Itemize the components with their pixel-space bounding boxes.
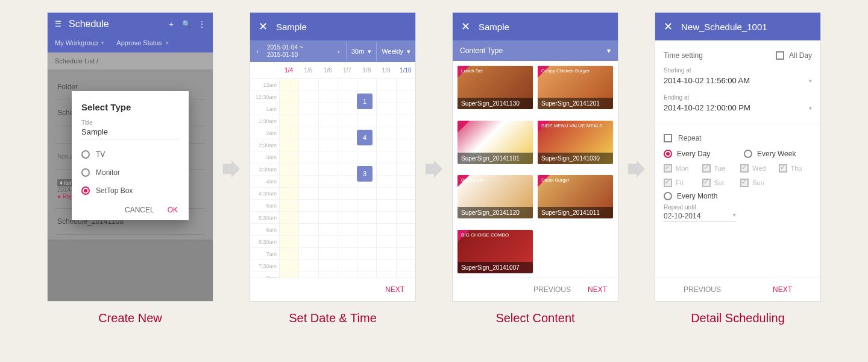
time-label: 4am [250,176,279,188]
day-header[interactable]: 1/5 [298,62,318,78]
time-label: 7am [250,248,279,260]
time-label: 6:30am [250,236,279,248]
chevron-down-icon: ▾ [607,46,611,55]
previous-button[interactable]: PREVIOUS [533,285,571,294]
type-option[interactable]: SetTop Box [81,182,179,200]
prev-week-button[interactable]: ‹ [250,42,265,61]
content-type-select[interactable]: Content Type▾ [453,40,618,61]
calendar-event[interactable]: 4 [357,130,373,145]
next-button[interactable]: NEXT [385,285,404,294]
select-type-dialog: Select TypeTitleSampleTVMonitorSetTop Bo… [72,91,189,220]
filter-workgroup[interactable]: My Workgroup▾ [55,39,104,46]
cancel-button[interactable]: CANCEL [125,206,154,214]
calendar-grid[interactable]: 143 [279,79,415,284]
calendar-event[interactable]: 3 [357,166,373,182]
type-option[interactable]: TV [81,145,179,164]
close-icon[interactable]: ✕ [664,20,673,33]
day-checkbox[interactable]: Thu [779,164,813,173]
day-checkbox[interactable]: Sat [702,179,736,187]
ok-button[interactable]: OK [168,206,178,214]
radio-icon [744,150,752,158]
add-icon[interactable]: ＋ [168,19,175,30]
panel-caption: Select Content [452,311,618,325]
content-tile[interactable]: Steak BurgerSuperSign_20141011 [538,175,613,218]
time-label: 4:30am [250,188,279,200]
time-label: 7:30am [250,260,279,272]
content-tile[interactable]: Lunch SetSuperSign_20141130 [458,66,533,109]
field-label: Title [81,119,179,126]
freq-every-month[interactable]: Every Month [664,192,812,200]
all-day-checkbox[interactable] [776,51,784,60]
panel-caption: Set Date & Time [250,311,416,325]
screen-detail-scheduling: ✕New_Schedule_1001Time settingAll DaySta… [655,12,821,302]
breadcrumb: Schedule List / [48,52,213,69]
time-setting-label: Time setting [664,51,703,60]
starting-at-field[interactable]: 2014-10-02 11:56:00 AM▾ [664,74,812,91]
panel-caption: Create New [47,311,213,325]
time-label: 3am [250,151,279,164]
page-title: Sample [479,22,509,32]
radio-icon [81,186,90,195]
time-label: 5am [250,200,279,212]
ending-at-field[interactable]: 2014-10-02 12:00:00 PM▾ [664,101,812,118]
time-label: 5:30am [250,212,279,224]
time-label: 2:30am [250,139,279,151]
next-button[interactable]: NEXT [773,285,792,294]
time-label: 3:30am [250,164,279,176]
calendar-event[interactable]: 1 [357,94,373,109]
radio-icon [81,150,90,159]
day-checkbox[interactable]: Fri [664,179,697,187]
freq-every-day[interactable]: Every Day [664,150,732,158]
content-tile[interactable]: Crispy Chicken BurgerSuperSign_20141201 [538,66,613,109]
flow-arrow [219,157,244,181]
day-header[interactable]: 1/6 [318,62,338,78]
day-header[interactable]: 1/10 [396,62,415,78]
day-checkbox[interactable]: Mon [664,164,697,173]
day-header[interactable]: 1/8 [357,62,376,78]
day-checkbox[interactable]: Tue [702,164,736,173]
day-checkbox[interactable]: Wed [740,164,774,173]
freq-every-week[interactable]: Every Week [744,150,812,158]
day-checkbox[interactable]: Sun [740,179,774,187]
radio-icon [81,168,90,177]
title-input[interactable]: Sample [81,126,179,139]
radio-icon [664,150,672,158]
repeat-until-field[interactable]: 02-10-2014▾ [664,211,736,222]
repeat-checkbox[interactable] [664,134,672,142]
next-button[interactable]: NEXT [588,285,607,294]
search-icon[interactable]: 🔍 [182,20,191,28]
day-header[interactable]: 1/7 [338,62,357,78]
content-tile[interactable]: Big BurgerSuperSign_20141120 [458,175,533,218]
page-title: Schedule [69,19,160,30]
interval-select[interactable]: 30m▾ [346,42,376,62]
more-icon[interactable]: ⋮ [198,20,206,28]
page-title: Sample [276,22,307,32]
date-range[interactable]: 2015-01-04 ~ 2015-01-10 [265,40,332,62]
flow-arrow [624,157,649,181]
previous-button[interactable]: PREVIOUS [684,285,721,294]
close-icon[interactable]: ✕ [259,20,268,33]
view-select[interactable]: Weekly▾ [376,42,415,62]
close-icon[interactable]: ✕ [461,20,470,33]
time-label: 12:30am [250,91,279,103]
menu-icon[interactable]: ☰ [55,20,61,28]
screen-select-content: ✕SampleContent Type▾Lunch SetSuperSign_2… [452,12,618,302]
content-tile[interactable]: SIDE MENU VALUE MEALSSuperSign_20141030 [538,121,613,164]
content-tile[interactable]: SuperSign_20141101 [458,121,533,164]
time-label: 12am [250,79,279,91]
next-week-button[interactable]: › [332,42,346,61]
day-header[interactable]: 1/4 [279,62,298,78]
content-tile[interactable]: BIG CHOISE COMBOSuperSign_20141007 [458,230,533,273]
type-option[interactable]: Monitor [81,164,179,182]
panel-caption: Detail Scheduling [655,311,821,325]
time-label: 1am [250,103,279,115]
day-header[interactable]: 1/9 [376,62,395,78]
screen-set-date-time: ✕Sample‹2015-01-04 ~ 2015-01-10›30m▾Week… [250,12,416,302]
filter-status[interactable]: Approve Status▾ [116,39,168,46]
flow-arrow [422,157,446,181]
screen-create-new: ☰Schedule＋🔍⋮My Workgroup▾Approve Status▾… [47,12,213,302]
time-label: 1:30am [250,115,279,127]
time-label: 6am [250,224,279,236]
radio-icon [664,192,672,200]
dialog-title: Select Type [81,102,179,112]
